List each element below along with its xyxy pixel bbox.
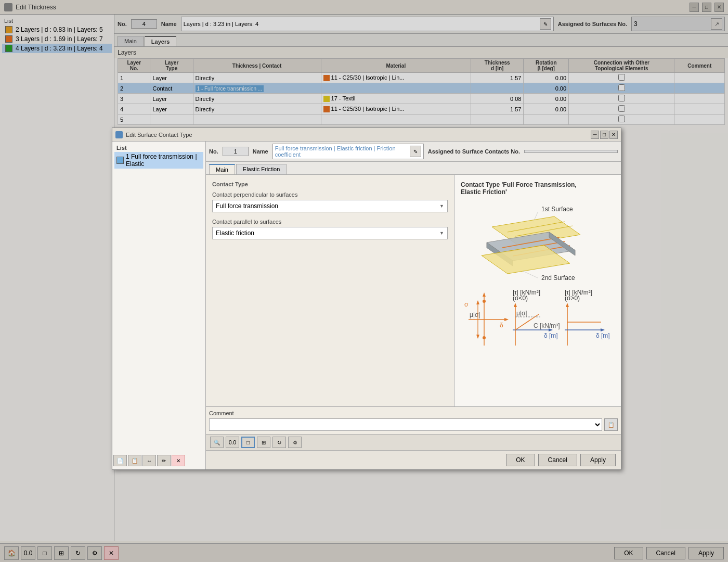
svg-text:(σ>0): (σ>0) — [565, 295, 580, 302]
contact-perpendicular-value: Full force transmission — [216, 202, 278, 210]
svg-marker-23 — [476, 335, 479, 339]
comment-copy-button[interactable]: 📋 — [604, 418, 618, 431]
dialog-list-label-1: 1 Full force transmission | Elastic — [126, 153, 201, 168]
dialog-tool-rotate[interactable]: ↻ — [272, 437, 286, 448]
comment-dropdown[interactable] — [209, 418, 602, 431]
svg-text:σ: σ — [464, 301, 469, 308]
contact-parallel-value: Elastic friction — [216, 229, 254, 237]
svg-point-25 — [483, 336, 486, 339]
friction-graph-diagram: σ δ μ|σ| — [461, 286, 612, 359]
dropdown-arrow-icon-2: ▼ — [439, 231, 444, 236]
dialog-no-label: No. — [209, 148, 218, 155]
dialog-no-value: 1 — [223, 147, 249, 156]
comment-input-row: 📋 — [209, 418, 618, 431]
svg-line-13 — [523, 271, 538, 278]
dialog-close-button[interactable]: ✕ — [609, 131, 618, 139]
dialog-name-field: Full force transmission | Elastic fricti… — [272, 144, 424, 159]
dialog-top-section: No. 1 Name Full force transmission | Ela… — [206, 142, 621, 162]
contact-parallel-label: Contact parallel to surfaces — [212, 219, 448, 225]
dialog-visual-area: Contact Type 'Full Force Transmission, E… — [454, 175, 621, 406]
dialog-list-item-1[interactable]: 1 Full force transmission | Elastic — [114, 152, 203, 169]
dialog-cancel-button[interactable]: Cancel — [538, 454, 577, 466]
rename-item-button[interactable]: ✏ — [157, 455, 171, 466]
contact-parallel-dropdown[interactable]: Elastic friction ▼ — [212, 227, 448, 239]
dialog-icon — [115, 131, 123, 138]
svg-marker-17 — [504, 318, 509, 321]
dialog-right-panel: No. 1 Name Full force transmission | Ela… — [206, 142, 621, 469]
dialog-tabs-bar: Main Elastic Friction — [206, 162, 621, 175]
dialog-list-panel: List 1 Full force transmission | Elastic… — [112, 142, 206, 469]
dialog-name-edit-button[interactable]: ✎ — [410, 146, 421, 157]
new-item-button[interactable]: 📄 — [113, 455, 127, 466]
dialog-tool-surface[interactable]: □ — [241, 437, 255, 448]
svg-text:δ [m]: δ [m] — [544, 332, 558, 339]
svg-point-24 — [483, 300, 486, 303]
contact-parallel-group: Contact parallel to surfaces Elastic fri… — [212, 219, 448, 239]
dialog-buttons: OK Cancel Apply — [206, 450, 621, 469]
svg-text:δ: δ — [500, 322, 503, 329]
dialog-main-area: Contact Type Contact perpendicular to su… — [206, 175, 621, 406]
contact-perpendicular-label: Contact perpendicular to surfaces — [212, 191, 448, 198]
move-item-button[interactable]: ↔ — [142, 455, 156, 466]
dialog-form-area: Contact Type Contact perpendicular to su… — [206, 175, 454, 406]
visual-title: Contact Type 'Full Force Transmission, E… — [461, 181, 615, 196]
dialog-title-bar: Edit Surface Contact Type ─ □ ✕ — [112, 128, 621, 142]
contact-type-section-title: Contact Type — [212, 181, 448, 187]
contact-perpendicular-group: Contact perpendicular to surfaces Full f… — [212, 191, 448, 212]
copy-item-button[interactable]: 📋 — [128, 455, 141, 466]
comment-label: Comment — [209, 410, 618, 416]
edit-surface-contact-dialog: Edit Surface Contact Type ─ □ ✕ List 1 F… — [112, 127, 621, 470]
svg-marker-41 — [566, 303, 569, 307]
contact-perpendicular-dropdown[interactable]: Full force transmission ▼ — [212, 200, 448, 212]
svg-text:2nd Surface: 2nd Surface — [541, 274, 575, 282]
dialog-list-actions: 📄 📋 ↔ ✏ ✕ — [113, 455, 202, 466]
svg-text:μ|σ|: μ|σ| — [470, 311, 480, 318]
dialog-minimize-button[interactable]: ─ — [591, 131, 599, 139]
dialog-title-text: Edit Surface Contact Type — [126, 132, 588, 138]
dialog-maximize-button[interactable]: □ — [600, 131, 608, 139]
dialog-body: List 1 Full force transmission | Elastic… — [112, 142, 621, 469]
dialog-assigned-field — [524, 150, 618, 153]
svg-text:(σ<0): (σ<0) — [513, 295, 528, 302]
svg-marker-30 — [514, 303, 517, 307]
svg-marker-42 — [601, 328, 605, 331]
svg-marker-16 — [483, 292, 486, 297]
dialog-tool-settings[interactable]: ⚙ — [288, 437, 302, 448]
dialog-bottom-toolbar: 🔍 0.0 □ ⊞ ↻ ⚙ — [206, 434, 621, 450]
dialog-tool-search[interactable]: 🔍 — [210, 437, 224, 448]
surface-diagram-3d: 1st Surface — [461, 201, 596, 284]
dropdown-arrow-icon: ▼ — [439, 203, 444, 209]
dialog-controls: ─ □ ✕ — [591, 131, 618, 139]
svg-text:1st Surface: 1st Surface — [541, 206, 573, 213]
dialog-tab-main[interactable]: Main — [209, 164, 235, 174]
dialog-tool-number[interactable]: 0.0 — [226, 437, 239, 448]
dialog-color-box-1 — [116, 157, 124, 164]
dialog-name-value: Full force transmission | Elastic fricti… — [275, 145, 408, 158]
svg-text:μ|σ|: μ|σ| — [516, 310, 527, 317]
svg-text:δ [m]: δ [m] — [596, 332, 610, 339]
dialog-name-label: Name — [253, 148, 268, 155]
svg-text:C [kN/m³]: C [kN/m³] — [534, 322, 560, 329]
dialog-ok-button[interactable]: OK — [506, 454, 535, 466]
dialog-comment-section: Comment 📋 — [206, 406, 621, 434]
delete-item-button[interactable]: ✕ — [172, 455, 185, 466]
dialog-assigned-label: Assigned to Surface Contacts No. — [428, 148, 520, 155]
dialog-apply-button[interactable]: Apply — [580, 454, 616, 466]
svg-marker-22 — [476, 300, 479, 304]
dialog-list-header: List — [114, 144, 203, 152]
dialog-tab-elastic-friction[interactable]: Elastic Friction — [236, 164, 287, 174]
dialog-tool-grid[interactable]: ⊞ — [257, 437, 270, 448]
